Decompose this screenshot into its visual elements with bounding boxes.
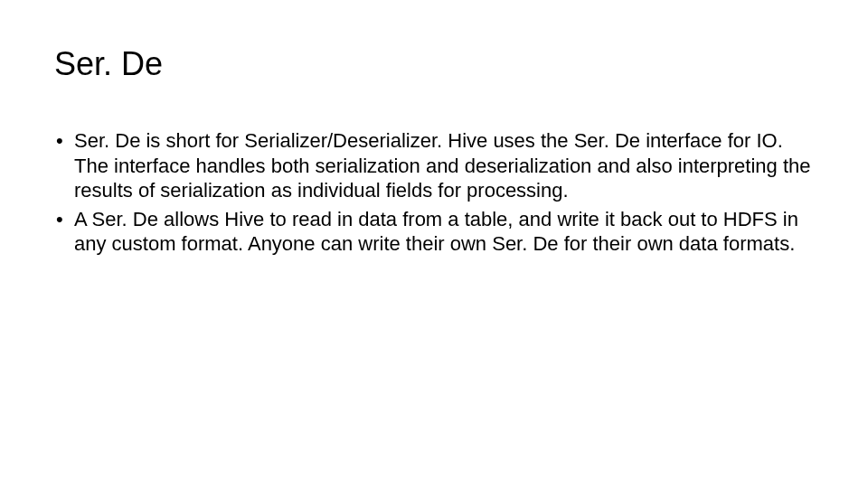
list-item: A Ser. De allows Hive to read in data fr… (54, 207, 814, 257)
slide-body: Ser. De is short for Serializer/Deserial… (54, 128, 814, 257)
slide-title: Ser. De (54, 45, 814, 83)
list-item: Ser. De is short for Serializer/Deserial… (54, 128, 814, 203)
slide: Ser. De Ser. De is short for Serializer/… (0, 0, 868, 488)
bullet-list: Ser. De is short for Serializer/Deserial… (54, 128, 814, 257)
